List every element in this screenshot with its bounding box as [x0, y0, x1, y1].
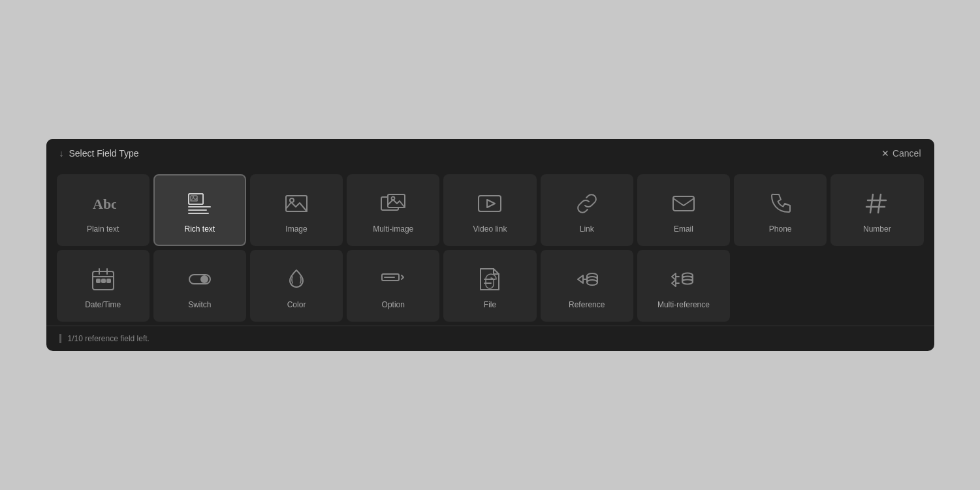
multi-reference-label: Multi-reference — [657, 300, 710, 309]
field-item-date-time[interactable]: Date/Time — [57, 250, 150, 322]
switch-label: Switch — [188, 300, 211, 309]
cancel-label: Cancel — [893, 148, 921, 159]
select-field-type-modal: ↓ Select Field Type ✕ Cancel Abc Plain t… — [46, 139, 934, 351]
video-link-icon — [475, 189, 504, 218]
rich-text-icon — [185, 189, 214, 218]
number-label: Number — [863, 224, 891, 234]
field-item-phone[interactable]: Phone — [734, 174, 827, 246]
multi-image-icon — [379, 189, 407, 218]
plain-text-label: Plain text — [87, 224, 119, 234]
color-label: Color — [287, 300, 306, 309]
footer-message-container: 1/10 reference field left. — [59, 334, 921, 343]
file-icon — [475, 265, 504, 294]
field-item-option[interactable]: Option — [347, 250, 439, 322]
svg-point-28 — [201, 276, 208, 283]
svg-rect-25 — [102, 279, 105, 283]
field-item-color[interactable]: Color — [250, 250, 343, 322]
image-icon — [282, 189, 311, 218]
svg-rect-24 — [97, 279, 100, 283]
file-label: File — [484, 300, 496, 309]
modal-footer: 1/10 reference field left. — [46, 326, 934, 351]
field-item-link[interactable]: Link — [541, 174, 633, 246]
svg-rect-13 — [479, 196, 501, 211]
email-icon — [669, 189, 698, 218]
modal-title: ↓ Select Field Type — [59, 148, 139, 159]
multi-image-label: Multi-image — [373, 224, 413, 234]
link-icon — [573, 189, 601, 218]
svg-rect-26 — [107, 279, 110, 283]
field-item-video-link[interactable]: Video link — [443, 174, 536, 246]
reference-icon — [573, 265, 601, 294]
option-label: Option — [382, 300, 405, 309]
cancel-x-icon: ✕ — [881, 148, 889, 159]
number-icon — [862, 189, 891, 218]
field-grid-row2: Date/Time Switch — [57, 250, 924, 322]
option-icon — [379, 265, 407, 294]
svg-rect-11 — [388, 194, 405, 207]
svg-line-16 — [870, 194, 873, 213]
phone-label: Phone — [769, 224, 792, 234]
svg-rect-15 — [673, 196, 694, 211]
reference-label: Reference — [569, 300, 605, 309]
video-link-label: Video link — [473, 224, 507, 234]
svg-line-17 — [878, 194, 881, 213]
switch-icon — [185, 265, 214, 294]
field-item-image[interactable]: Image — [250, 174, 343, 246]
email-label: Email — [674, 224, 693, 234]
field-item-plain-text[interactable]: Abc Plain text — [57, 174, 150, 246]
rich-text-label: Rich text — [184, 224, 215, 234]
svg-point-7 — [193, 196, 194, 198]
svg-marker-14 — [487, 200, 495, 207]
svg-point-38 — [587, 280, 597, 285]
link-label: Link — [580, 224, 594, 234]
field-item-email[interactable]: Email — [637, 174, 730, 246]
field-item-file[interactable]: File — [443, 250, 536, 322]
field-item-multi-image[interactable]: Multi-image — [347, 174, 439, 246]
image-label: Image — [285, 224, 307, 234]
field-item-switch[interactable]: Switch — [153, 250, 246, 322]
svg-point-47 — [682, 280, 693, 284]
date-time-icon — [89, 265, 118, 294]
svg-text:Abc: Abc — [93, 196, 116, 212]
modal-header: ↓ Select Field Type ✕ Cancel — [46, 139, 934, 168]
svg-point-9 — [290, 198, 294, 202]
footer-message: 1/10 reference field left. — [68, 334, 150, 343]
color-icon — [282, 265, 311, 294]
field-item-number[interactable]: Number — [830, 174, 923, 246]
field-item-reference[interactable]: Reference — [541, 250, 633, 322]
cancel-button[interactable]: ✕ Cancel — [881, 148, 921, 159]
phone-icon — [766, 189, 795, 218]
field-item-multi-reference[interactable]: Multi-reference — [637, 250, 730, 322]
field-grid-row1: Abc Plain text — [57, 174, 924, 246]
plain-text-icon: Abc — [89, 189, 118, 218]
modal-body: Abc Plain text — [46, 168, 934, 322]
svg-rect-8 — [286, 196, 307, 211]
date-time-label: Date/Time — [85, 300, 121, 309]
arrow-down-icon: ↓ — [59, 148, 64, 159]
modal-title-text: Select Field Type — [69, 148, 139, 159]
field-item-rich-text[interactable]: Rich text — [153, 174, 246, 246]
multi-reference-icon — [669, 265, 698, 294]
